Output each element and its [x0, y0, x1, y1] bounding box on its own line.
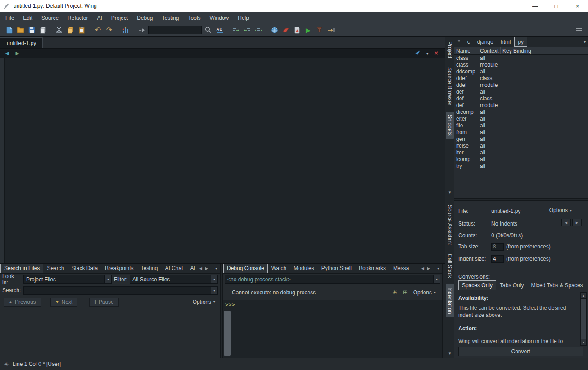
debug-button[interactable] [280, 25, 291, 36]
menu-item[interactable]: Project [107, 12, 132, 23]
panel-tab[interactable]: Messa [389, 264, 412, 273]
scroll-up-icon[interactable]: ▲ [581, 293, 586, 298]
copy-button[interactable] [65, 25, 76, 36]
chevron-down-icon[interactable]: ▾ [433, 275, 440, 283]
conversion-tab[interactable]: Tabs Only [496, 280, 527, 290]
snippet-row[interactable]: gen all [454, 136, 588, 143]
panel-tab[interactable]: Search in Files [0, 264, 43, 273]
symbol-index-button[interactable] [120, 25, 131, 36]
close-button[interactable]: × [567, 0, 588, 12]
indent-left-button[interactable] [241, 25, 253, 36]
scrollbar-thumb[interactable] [581, 298, 586, 339]
snippet-row[interactable]: def all [454, 89, 588, 95]
run-button[interactable]: ▶ [303, 25, 314, 36]
tab-scroll-down-icon[interactable]: ▼ [445, 352, 454, 356]
step-into-button[interactable] [325, 25, 336, 36]
tab-scroll-right-icon[interactable]: ▶ [427, 266, 430, 271]
snippet-context-tab[interactable]: html [497, 37, 515, 47]
menu-item[interactable]: Testing [158, 12, 184, 23]
panel-tab[interactable]: Modules [290, 264, 317, 273]
indent-size-input[interactable] [491, 255, 504, 263]
column-context[interactable]: Context [478, 47, 501, 54]
console-scrollbar[interactable] [224, 311, 231, 356]
search-results-area[interactable] [0, 308, 220, 358]
snippet-row[interactable]: def module [454, 102, 588, 109]
menu-item[interactable]: Help [233, 12, 253, 23]
panel-tab[interactable]: Bookmarks [355, 264, 389, 273]
snippet-row[interactable]: eiter all [454, 116, 588, 122]
editor-tab-untitled[interactable]: untitled-1.py [0, 37, 43, 48]
menu-item[interactable]: AI [92, 12, 106, 23]
indent-right-button[interactable] [230, 25, 241, 36]
chevron-down-icon[interactable]: ▾ [104, 275, 111, 283]
menu-item[interactable]: Source [37, 12, 63, 23]
previous-indent-button[interactable]: ◀ [561, 219, 571, 226]
debug-console-output[interactable]: >>> [223, 300, 442, 358]
menu-item[interactable]: Window [205, 12, 234, 23]
add-watch-icon[interactable]: ⊞ [403, 289, 408, 296]
menu-item[interactable]: Refactor [63, 12, 92, 23]
panel-tab[interactable]: Debug Console [223, 264, 268, 273]
vertical-tool-tab[interactable]: Source Browser [446, 64, 454, 108]
scroll-down-icon[interactable]: ▼ [581, 339, 586, 345]
paste-button[interactable] [76, 25, 87, 36]
snippets-dropdown-icon[interactable]: ▾ [584, 40, 586, 44]
indent-match-button[interactable] [253, 25, 264, 36]
menu-item[interactable]: Edit [18, 12, 37, 23]
tab-scroll-left-icon[interactable]: ◀ [421, 266, 424, 271]
tab-scroll-right-icon[interactable]: ▶ [205, 266, 208, 271]
snippet-context-tab[interactable]: * [454, 37, 464, 47]
conversion-tab[interactable]: Mixed Tabs & Spaces [527, 280, 586, 290]
maximize-button[interactable]: □ [546, 0, 567, 12]
panel-tab[interactable]: AI Chat [162, 264, 187, 273]
save-all-button[interactable] [37, 25, 49, 36]
toolbar-search-input[interactable] [148, 26, 202, 34]
next-indent-button[interactable]: ▶ [572, 219, 582, 226]
debug-file-button[interactable] [291, 25, 303, 36]
snippet-row[interactable]: file all [454, 122, 588, 129]
snippet-row[interactable]: try all [454, 163, 588, 170]
vertical-tool-tab[interactable]: Project [446, 38, 454, 61]
vertical-tool-tab[interactable]: Source Assistant [446, 202, 454, 248]
snippet-row[interactable]: ddcomp all [454, 68, 588, 75]
toolbar-menu-button[interactable] [573, 25, 584, 36]
panel-tab[interactable]: Python Shell [318, 264, 355, 273]
snippet-row[interactable]: def class [454, 95, 588, 102]
redo-button[interactable]: ↷ [104, 25, 115, 36]
snippet-row[interactable]: from all [454, 129, 588, 136]
column-key-binding[interactable]: Key Binding [501, 47, 588, 54]
sun-icon[interactable]: ☀ [392, 289, 398, 296]
debug-options-button[interactable]: Options ▾ [413, 289, 436, 296]
tab-size-input[interactable] [491, 243, 504, 251]
pause-button[interactable]: ‖ Pause [89, 298, 119, 307]
chevron-down-icon[interactable]: ▾ [211, 287, 217, 294]
history-forward-icon[interactable]: ▶ [15, 50, 19, 56]
chevron-down-icon[interactable]: ▾ [211, 275, 217, 283]
vertical-tool-tab[interactable]: Call Stack [446, 251, 454, 281]
tab-list-dropdown-icon[interactable]: ▾ [437, 266, 439, 271]
menu-item[interactable]: Debug [132, 12, 157, 23]
tab-scroll-left-icon[interactable]: ◀ [199, 266, 202, 271]
panel-tab[interactable]: Testing [137, 264, 161, 273]
search-icon[interactable] [203, 25, 214, 36]
search-combo[interactable]: ▾ [23, 286, 218, 295]
close-editor-button[interactable]: × [434, 50, 438, 56]
snippet-row[interactable]: dicomp all [454, 109, 588, 116]
snippet-row[interactable]: class all [454, 55, 588, 62]
run-to-cursor-button[interactable] [314, 25, 325, 36]
replace-button[interactable]: AB [214, 25, 225, 36]
tab-list-dropdown-icon[interactable]: ▾ [215, 266, 217, 271]
minimize-button[interactable]: — [525, 0, 546, 12]
menu-item[interactable]: File [1, 12, 18, 23]
search-options-button[interactable]: Options ▾ [193, 299, 215, 305]
indentation-options-button[interactable]: Options ▾ [549, 207, 572, 213]
code-editor[interactable] [0, 58, 445, 263]
debug-environment-button[interactable] [269, 25, 280, 36]
save-button[interactable] [26, 25, 37, 36]
snippet-context-tab[interactable]: django [474, 37, 497, 47]
panel-tab[interactable]: Search [43, 264, 68, 273]
snippet-row[interactable]: class module [454, 62, 588, 68]
column-name[interactable]: Name [454, 47, 478, 54]
indentation-scrollbar[interactable]: ▲ ▼ [580, 292, 587, 346]
snippet-context-tab[interactable]: c [464, 37, 474, 47]
